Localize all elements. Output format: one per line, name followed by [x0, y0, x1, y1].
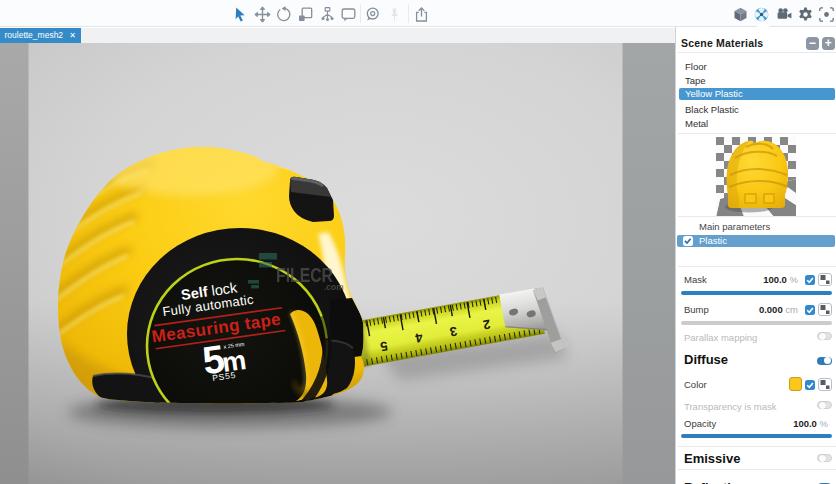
svg-text:.com: .com	[324, 282, 344, 292]
